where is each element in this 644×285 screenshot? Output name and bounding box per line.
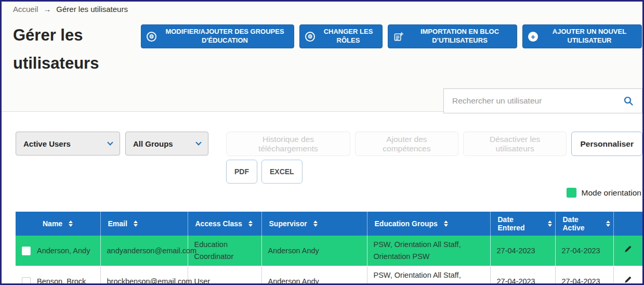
user-email: andyanderson@email.com (100, 236, 188, 266)
column-header-education-groups[interactable]: Education Groups (367, 212, 490, 236)
table-row[interactable]: Benson, Brock brockbenson@email.com User… (16, 266, 642, 285)
breadcrumb-current: Gérer les utilisateurs (56, 5, 128, 14)
deactivate-users-button: Désactiver les utilisateurs (463, 132, 567, 156)
add-new-user-button[interactable]: + AJOUTER UN NOUVEL UTILISATEUR (522, 24, 642, 48)
row-checkbox[interactable] (22, 277, 31, 285)
column-header-name[interactable]: Name (16, 212, 100, 236)
column-header-access-class[interactable]: Access Class (188, 212, 261, 236)
bulk-actions-row: Historique des téléchargements Ajouter d… (226, 132, 642, 156)
user-date-entered: 27-04-2023 (490, 236, 555, 266)
user-date-entered: 27-04-2023 (490, 266, 555, 285)
pdf-export-button[interactable]: PDF (226, 160, 257, 184)
pencil-icon (624, 277, 633, 285)
manage-users-page: Accueil → Gérer les utilisateurs Gérer l… (0, 0, 644, 285)
customize-button[interactable]: Personnaliser (571, 132, 642, 156)
user-email: brockbenson@email.com (100, 266, 188, 285)
gear-circle-icon: ⚙ (305, 32, 315, 42)
sort-icon[interactable] (606, 221, 610, 227)
row-checkbox[interactable] (22, 247, 31, 255)
export-buttons-row: PDF EXCEL (226, 160, 303, 184)
edit-user-button[interactable] (613, 266, 642, 285)
document-plus-icon (393, 32, 403, 42)
user-education-groups: PSW, Orientation All Staff, Orientation … (367, 266, 490, 285)
sort-icon[interactable] (548, 221, 552, 227)
action-buttons-row: ⚙ MODIFIER/AJOUTER DES GROUPES D'ÉDUCATI… (141, 24, 642, 48)
user-name: Benson, Brock (37, 276, 86, 285)
gear-circle-icon: ⚙ (147, 32, 156, 42)
users-table: Name Email Access Class Supervisor E (16, 212, 642, 285)
users-filter-dropdown[interactable]: Active Users (16, 132, 120, 156)
bulk-import-users-button[interactable]: IMPORTATION EN BLOC D’UTILISATEURS (388, 24, 517, 48)
user-date-active: 27-04-2023 (555, 266, 613, 285)
chevron-down-icon (107, 139, 113, 145)
user-education-groups: PSW, Orientation All Staff, Orientation … (367, 236, 490, 266)
legend-label: Mode orientation (582, 188, 641, 198)
column-header-email[interactable]: Email (100, 212, 188, 236)
user-access-class: User (188, 266, 261, 285)
download-history-button: Historique des téléchargements (226, 132, 350, 156)
user-supervisor: Anderson Andy (261, 236, 367, 266)
column-header-date-active[interactable]: Date Active (555, 212, 613, 236)
search-icon[interactable] (623, 96, 634, 106)
breadcrumb-arrow-icon: → (43, 5, 51, 14)
sort-icon[interactable] (444, 221, 448, 227)
column-header-date-entered[interactable]: Date Entered (490, 212, 555, 236)
edit-user-button[interactable] (613, 236, 642, 266)
green-swatch-icon (567, 188, 576, 198)
column-header-supervisor[interactable]: Supervisor (261, 212, 367, 236)
change-roles-button[interactable]: ⚙ CHANGER LES RÔLES (299, 24, 383, 48)
breadcrumb: Accueil → Gérer les utilisateurs (13, 5, 128, 14)
groups-filter-dropdown[interactable]: All Groups (125, 132, 208, 156)
search-input[interactable] (452, 96, 618, 106)
sort-icon[interactable] (248, 221, 253, 227)
search-box (443, 88, 642, 113)
user-access-class: Education Coordinator (188, 236, 261, 266)
edit-add-education-groups-button[interactable]: ⚙ MODIFIER/AJOUTER DES GROUPES D'ÉDUCATI… (141, 24, 294, 48)
sort-icon[interactable] (313, 221, 318, 227)
page-header: Accueil → Gérer les utilisateurs Gérer l… (2, 2, 642, 112)
user-date-active: 27-04-2023 (555, 236, 613, 266)
chevron-down-icon (195, 139, 201, 145)
user-name: Anderson, Andy (37, 245, 90, 257)
plus-circle-icon: + (528, 32, 538, 42)
add-competencies-button: Ajouter des compétences (355, 132, 458, 156)
excel-export-button[interactable]: EXCEL (261, 160, 303, 184)
orientation-mode-legend: Mode orientation (567, 188, 641, 198)
page-title: Gérer les utilisateurs (13, 21, 143, 77)
table-header-row: Name Email Access Class Supervisor E (16, 212, 642, 236)
sort-icon[interactable] (69, 221, 73, 227)
table-row[interactable]: Anderson, Andy andyanderson@email.com Ed… (16, 236, 642, 266)
pencil-icon (624, 247, 633, 255)
column-header-actions (613, 212, 642, 236)
breadcrumb-home-link[interactable]: Accueil (13, 5, 38, 14)
sort-icon[interactable] (134, 221, 138, 227)
user-supervisor: Anderson Andy (261, 266, 367, 285)
